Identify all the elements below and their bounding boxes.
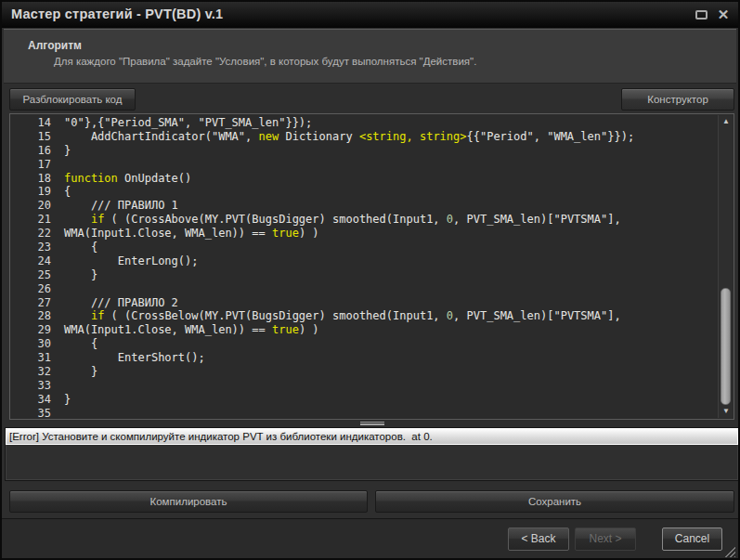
line-number: 20 bbox=[10, 199, 51, 213]
code-line: 34} bbox=[10, 393, 717, 407]
constructor-button[interactable]: Конструктор bbox=[621, 88, 734, 111]
line-number: 35 bbox=[10, 407, 51, 420]
wizard-footer: < Back Next > Cancel bbox=[2, 518, 738, 560]
next-button[interactable]: Next > bbox=[575, 527, 636, 551]
wizard-step-header: Алгоритм Для каждого "Правила" задайте "… bbox=[4, 29, 736, 84]
scroll-up-icon[interactable]: ▲ bbox=[719, 115, 734, 128]
code-line: 15 AddChartIndicator("WMA", new Dictiona… bbox=[10, 130, 717, 144]
code-line: 26 bbox=[10, 282, 717, 296]
code-line: 19{ bbox=[10, 185, 717, 199]
step-description: Для каждого "Правила" задайте "Условия",… bbox=[54, 56, 476, 67]
code-line: 23 { bbox=[10, 241, 717, 254]
code-line: 20 /// ПРАВИЛО 1 bbox=[10, 199, 717, 213]
line-number: 24 bbox=[10, 254, 51, 268]
code-line: 30 { bbox=[10, 337, 717, 351]
close-icon[interactable]: ✕ bbox=[716, 7, 731, 22]
maximize-icon[interactable] bbox=[694, 7, 708, 22]
maximize-box-glyph bbox=[695, 10, 708, 20]
line-number: 27 bbox=[10, 296, 51, 310]
step-title: Алгоритм bbox=[28, 39, 82, 52]
vertical-scrollbar[interactable]: ▲ ▼ bbox=[718, 115, 733, 418]
code-line: 17 bbox=[10, 158, 717, 172]
line-number: 34 bbox=[10, 393, 51, 407]
line-number: 22 bbox=[10, 227, 51, 241]
line-number: 29 bbox=[10, 323, 51, 337]
code-line: 32 } bbox=[10, 365, 717, 379]
error-list-item[interactable]: [Error] Установите и скомпилируйте индик… bbox=[6, 428, 738, 445]
code-line: 35 bbox=[10, 407, 717, 420]
line-number: 14 bbox=[10, 116, 51, 130]
cancel-button[interactable]: Cancel bbox=[662, 527, 722, 551]
line-number: 21 bbox=[10, 213, 51, 227]
line-number: 18 bbox=[10, 172, 51, 186]
line-number: 32 bbox=[10, 365, 51, 379]
line-number: 26 bbox=[10, 282, 51, 296]
code-lines: 14"0"},{"Period_SMA", "PVT_SMA_len"}});1… bbox=[10, 116, 717, 419]
compile-button[interactable]: Компилировать bbox=[9, 490, 368, 513]
unlock-code-button[interactable]: Разблокировать код bbox=[9, 88, 136, 111]
line-number: 30 bbox=[10, 337, 51, 351]
scroll-down-icon[interactable]: ▼ bbox=[719, 405, 734, 418]
code-line: 29WMA(Input1.Close, WMA_len)) == true) ) bbox=[10, 323, 717, 337]
code-line: 25 } bbox=[10, 268, 717, 282]
line-number: 15 bbox=[10, 130, 51, 144]
code-line: 22WMA(Input1.Close, WMA_len)) == true) ) bbox=[10, 227, 717, 241]
code-line: 14"0"},{"Period_SMA", "PVT_SMA_len"}}); bbox=[10, 116, 717, 130]
line-number: 19 bbox=[10, 185, 51, 199]
code-line: 16} bbox=[10, 144, 717, 158]
code-line: 31 EnterShort(); bbox=[10, 351, 717, 365]
code-editor[interactable]: 14"0"},{"Period_SMA", "PVT_SMA_len"}});1… bbox=[9, 113, 734, 420]
line-number: 16 bbox=[10, 144, 51, 158]
splitter-handle[interactable] bbox=[9, 420, 734, 427]
code-line: 21 if ( (CrossAbove(MY.PVT(BugsDigger) s… bbox=[10, 213, 717, 227]
titlebar: Мастер стратегий - PVT(BD) v.1 ✕ bbox=[2, 2, 738, 28]
line-number: 28 bbox=[10, 309, 51, 323]
code-line: 33 bbox=[10, 379, 717, 393]
code-line: 27 /// ПРАВИЛО 2 bbox=[10, 296, 717, 310]
splitter-grip-icon bbox=[360, 422, 384, 425]
line-number: 25 bbox=[10, 268, 51, 282]
code-line: 28 if ( (CrossBelow(MY.PVT(BugsDigger) s… bbox=[10, 309, 717, 323]
window-title: Мастер стратегий - PVT(BD) v.1 bbox=[11, 2, 223, 27]
line-number: 17 bbox=[10, 158, 51, 172]
resize-grip[interactable] bbox=[724, 546, 735, 557]
error-list[interactable]: [Error] Установите и скомпилируйте индик… bbox=[5, 427, 739, 481]
back-button[interactable]: < Back bbox=[508, 527, 569, 551]
strategy-wizard-window: Мастер стратегий - PVT(BD) v.1 ✕ Алгорит… bbox=[0, 0, 740, 560]
code-line: 18function OnUpdate() bbox=[10, 172, 717, 186]
line-number: 23 bbox=[10, 241, 51, 254]
line-number: 33 bbox=[10, 379, 51, 393]
scrollbar-thumb[interactable] bbox=[721, 288, 731, 405]
line-number: 31 bbox=[10, 351, 51, 365]
save-button[interactable]: Сохранить bbox=[375, 490, 734, 513]
code-line: 24 EnterLong(); bbox=[10, 254, 717, 268]
